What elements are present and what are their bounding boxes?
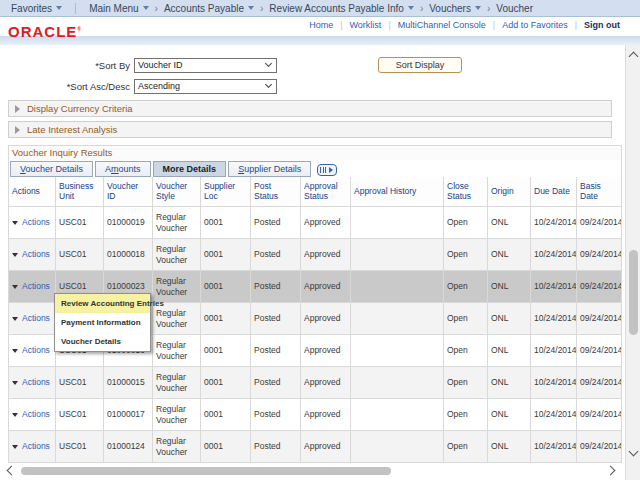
actions-dropdown-icon[interactable] xyxy=(12,317,18,321)
column-header-voucher-style[interactable]: Voucher Style xyxy=(153,177,201,206)
breadcrumb-item-vouchers[interactable]: Vouchers xyxy=(429,3,481,14)
peoplesoft-voucher-page: Favorites Main Menu›Accounts Payable›Rev… xyxy=(0,0,640,480)
content-area: *Sort By Voucher ID Sort Display *Sort A… xyxy=(0,45,625,480)
column-header-basis-date[interactable]: Basis Date xyxy=(577,177,621,206)
actions-dropdown-icon[interactable] xyxy=(12,285,18,289)
vertical-scrollbar xyxy=(625,45,640,480)
column-header-supplier-loc[interactable]: Supplier Loc xyxy=(201,177,251,206)
actions-link[interactable]: Actions xyxy=(22,409,50,419)
sort-by-label: *Sort By xyxy=(0,60,130,71)
header-link-worklist[interactable]: Worklist xyxy=(350,20,382,30)
cell-due-date: 10/24/2014 xyxy=(531,239,577,270)
column-header-actions[interactable]: Actions xyxy=(9,177,56,206)
actions-dropdown-icon[interactable] xyxy=(12,381,18,385)
cell-close-status: Open xyxy=(444,335,488,366)
sort-display-button[interactable]: Sort Display xyxy=(378,57,462,73)
cell-supplier-loc: 0001 xyxy=(201,431,251,462)
scroll-up-icon[interactable] xyxy=(629,52,639,62)
actions-link[interactable]: Actions xyxy=(22,377,50,387)
actions-dropdown-icon[interactable] xyxy=(12,349,18,353)
scroll-down-icon[interactable] xyxy=(629,447,639,457)
actions-dropdown-icon[interactable] xyxy=(12,445,18,449)
cell-approval-history xyxy=(351,431,444,462)
sort-asc-desc-value: Ascending xyxy=(138,81,180,91)
header-link-add-to-favorites[interactable]: Add to Favorites xyxy=(502,20,568,30)
column-header-business-unit[interactable]: Business Unit xyxy=(56,177,104,206)
cell-actions: Actions xyxy=(9,303,56,334)
horizontal-scrollbar xyxy=(0,463,622,478)
tab-supplier-details[interactable]: Supplier Details xyxy=(228,161,311,177)
column-header-voucher-id[interactable]: Voucher ID xyxy=(104,177,153,206)
menu-item-voucher-details[interactable]: Voucher Details xyxy=(55,332,150,351)
actions-link[interactable]: Actions xyxy=(22,345,50,355)
cell-voucher-style: Regular Voucher xyxy=(153,271,201,302)
header-blue-band xyxy=(0,36,640,45)
expand-arrow-icon xyxy=(15,105,20,113)
cell-close-status: Open xyxy=(444,239,488,270)
cell-approval-history xyxy=(351,399,444,430)
column-header-approval-history[interactable]: Approval History xyxy=(351,177,444,206)
actions-link[interactable]: Actions xyxy=(22,249,50,259)
sign-out-link[interactable]: Sign out xyxy=(584,20,620,30)
cell-approval-status: Approved xyxy=(301,335,351,366)
horizontal-scrollbar-thumb[interactable] xyxy=(21,467,391,475)
cell-approval-status: Approved xyxy=(301,271,351,302)
oracle-logo: ORACLE® xyxy=(8,23,82,40)
sort-by-select[interactable]: Voucher ID xyxy=(134,58,277,73)
menu-item-review-accounting-entries[interactable]: Review Accounting Entries xyxy=(55,294,150,313)
breadcrumb-item-voucher[interactable]: Voucher xyxy=(496,3,533,14)
cell-approval-status: Approved xyxy=(301,303,351,334)
column-header-due-date[interactable]: Due Date xyxy=(531,177,577,206)
table-row: ActionsUSC0101000015Regular Voucher0001P… xyxy=(9,367,621,399)
section-display-currency-criteria[interactable]: Display Currency Criteria xyxy=(8,100,612,117)
header-link-multichannel-console[interactable]: MultiChannel Console xyxy=(398,20,486,30)
actions-dropdown-icon[interactable] xyxy=(12,253,18,257)
tab-voucher-details[interactable]: Voucher Details xyxy=(10,161,93,177)
actions-dropdown-icon[interactable] xyxy=(12,413,18,417)
cell-supplier-loc: 0001 xyxy=(201,399,251,430)
scroll-left-icon[interactable] xyxy=(7,466,17,476)
cell-basis-date: 09/24/2014 xyxy=(577,303,621,334)
breadcrumb-item-main-menu[interactable]: Main Menu xyxy=(89,3,148,14)
cell-voucher-id: 01000017 xyxy=(104,399,153,430)
actions-link[interactable]: Actions xyxy=(22,217,50,227)
column-header-approval-status[interactable]: Approval Status xyxy=(301,177,351,206)
column-header-post-status[interactable]: Post Status xyxy=(251,177,301,206)
tab-amounts[interactable]: Amounts xyxy=(95,161,151,177)
scroll-right-icon[interactable] xyxy=(606,466,616,476)
vertical-scrollbar-thumb[interactable] xyxy=(629,250,638,335)
table-row: ActionsUSC0101000019Regular Voucher0001P… xyxy=(9,207,621,239)
cell-basis-date: 09/24/2014 xyxy=(577,399,621,430)
grid-header-row: ActionsBusiness UnitVoucher IDVoucher St… xyxy=(9,177,621,207)
header-link-home[interactable]: Home xyxy=(309,20,333,30)
column-header-origin[interactable]: Origin xyxy=(488,177,531,206)
actions-link[interactable]: Actions xyxy=(22,313,50,323)
cell-post-status: Posted xyxy=(251,271,301,302)
breadcrumb-item-label: Voucher xyxy=(496,3,533,14)
section-label: Late Interest Analysis xyxy=(27,124,117,135)
actions-link[interactable]: Actions xyxy=(22,441,50,451)
sort-asc-desc-select[interactable]: Ascending xyxy=(134,79,277,94)
grid-columns-icon[interactable] xyxy=(317,164,337,176)
results-tabs: Voucher DetailsAmountsMore DetailsSuppli… xyxy=(10,161,313,177)
results-tabs-row: Voucher DetailsAmountsMore DetailsSuppli… xyxy=(9,160,621,177)
sort-asc-desc-label: *Sort Asc/Desc xyxy=(0,81,130,92)
cell-voucher-id: 01000019 xyxy=(104,207,153,238)
page-header: Home|Worklist|MultiChannel Console|Add t… xyxy=(0,17,640,36)
breadcrumb-separator: › xyxy=(487,3,490,14)
table-row: ActionsUSC0101000018Regular Voucher0001P… xyxy=(9,239,621,271)
cell-voucher-id: 01000124 xyxy=(104,431,153,462)
section-late-interest-analysis[interactable]: Late Interest Analysis xyxy=(8,121,612,138)
breadcrumb-item-accounts-payable[interactable]: Accounts Payable xyxy=(164,3,254,14)
cell-supplier-loc: 0001 xyxy=(201,303,251,334)
favorites-menu[interactable]: Favorites xyxy=(11,3,62,14)
actions-link[interactable]: Actions xyxy=(22,281,50,291)
menu-item-payment-information[interactable]: Payment Information xyxy=(55,313,150,332)
actions-dropdown-icon[interactable] xyxy=(12,221,18,225)
column-header-close-status[interactable]: Close Status xyxy=(444,177,488,206)
breadcrumb-item-review-accounts-payable-info[interactable]: Review Accounts Payable Info xyxy=(269,3,414,14)
cell-origin: ONL xyxy=(488,335,531,366)
cell-approval-status: Approved xyxy=(301,239,351,270)
tab-more-details[interactable]: More Details xyxy=(153,161,227,177)
breadcrumb-divider xyxy=(75,3,76,14)
